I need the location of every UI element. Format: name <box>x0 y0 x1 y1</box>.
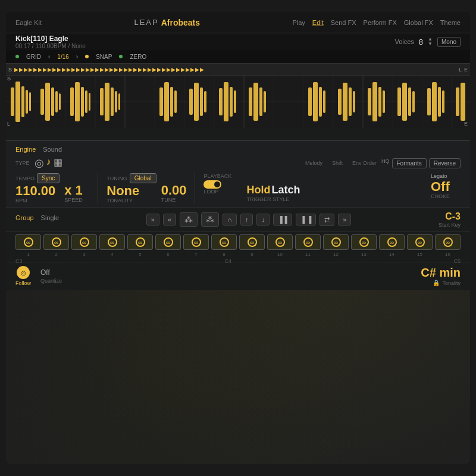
grp-btn-9[interactable]: » <box>338 214 351 226</box>
tuning-header: TUNING Global <box>107 173 156 183</box>
grp-btn-2[interactable]: « <box>163 214 176 226</box>
engine-icon-grid[interactable]: ▦ <box>54 156 62 170</box>
tab-sound[interactable]: Sound <box>43 146 62 153</box>
pad-label-11: 11 <box>295 252 321 257</box>
snap-dot <box>85 55 89 58</box>
track-info: Kick[110] Eagle 00:17 / 110.00BPM / None <box>15 35 86 49</box>
title-name: Afrobeats <box>161 18 200 27</box>
grp-btn-4[interactable]: ⁂ <box>201 212 219 227</box>
pad-3[interactable] <box>71 234 97 250</box>
svg-rect-56 <box>442 90 444 113</box>
playback-header: PLAYBACK <box>203 173 242 179</box>
svg-rect-3 <box>21 86 24 117</box>
grp-btn-5[interactable]: ∩ <box>223 214 237 226</box>
lock-icon: 🔒 <box>433 280 440 286</box>
svg-text:L: L <box>7 121 10 127</box>
sync-button[interactable]: Sync <box>37 173 60 183</box>
pad-11-inner <box>303 237 313 247</box>
seq-e-label: E <box>464 67 468 73</box>
playback-label: PLAYBACK <box>203 173 231 179</box>
waveform-container[interactable]: S L E <box>6 76 470 128</box>
svg-rect-52 <box>412 91 415 112</box>
follow-button[interactable]: ◎ Follow <box>15 266 31 286</box>
pad-label-2: 2 <box>43 252 69 257</box>
c3-marker: C3 <box>15 258 23 264</box>
grp-btn-down[interactable]: ↓ <box>256 214 270 226</box>
pad-6[interactable] <box>155 234 181 250</box>
svg-rect-32 <box>234 90 236 113</box>
svg-rect-13 <box>81 87 84 117</box>
pad-12[interactable] <box>323 234 349 250</box>
tab-edit[interactable]: Edit <box>312 19 324 26</box>
svg-rect-28 <box>204 91 206 112</box>
tab-send-fx[interactable]: Send FX <box>331 19 356 26</box>
pad-15-inner <box>415 237 425 247</box>
kit-name: Eagle Kit <box>15 19 42 26</box>
pad-label-10: 10 <box>267 252 293 257</box>
tab-perform-fx[interactable]: Perform FX <box>364 19 397 26</box>
svg-rect-46 <box>372 82 377 121</box>
engine-icon-note[interactable]: ♪ <box>46 156 51 170</box>
mono-button[interactable]: Mono <box>437 37 461 47</box>
tab-play[interactable]: Play <box>292 19 305 26</box>
svg-rect-48 <box>383 90 385 113</box>
engine-icon-circle[interactable]: ◎ <box>35 156 44 170</box>
pad-13-inner <box>359 237 369 247</box>
svg-rect-51 <box>408 87 411 116</box>
pad-8[interactable] <box>211 234 237 250</box>
speed-unit: Speed <box>64 197 89 203</box>
pad-2[interactable] <box>43 234 69 250</box>
top-nav: Eagle Kit LEAP Afrobeats Play Edit Send … <box>6 12 470 33</box>
tonality-value: C# min <box>421 266 461 280</box>
global-button[interactable]: Global <box>130 173 156 183</box>
tonality-row: 🔒 Tonality <box>433 280 461 286</box>
tab-group[interactable]: Group <box>15 214 34 221</box>
pad-11[interactable] <box>295 234 321 250</box>
pad-7[interactable] <box>183 234 209 250</box>
pad-14[interactable] <box>379 234 405 250</box>
pad-10-inner <box>275 237 285 247</box>
pads-labels: 1 2 3 4 5 6 7 8 9 10 11 12 13 14 15 16 <box>15 252 461 257</box>
quantize-value: Off <box>40 268 62 277</box>
pad-9[interactable] <box>239 234 265 250</box>
grid-next[interactable]: › <box>76 54 78 60</box>
svg-rect-15 <box>89 93 90 111</box>
voices-value: 8 <box>419 37 423 46</box>
formants-button[interactable]: Formants <box>392 158 427 168</box>
pad-13[interactable] <box>351 234 377 250</box>
pads-row <box>15 234 461 250</box>
grid-prev[interactable]: ‹ <box>48 54 50 60</box>
loop-toggle[interactable] <box>203 180 221 189</box>
grp-btn-7[interactable]: ▐ ▐ <box>296 214 317 226</box>
svg-rect-55 <box>438 87 441 117</box>
pad-16-inner <box>443 237 453 247</box>
reverse-button[interactable]: Reverse <box>429 158 461 168</box>
voices-stepper[interactable]: ▲▼ <box>428 37 433 46</box>
pad-15[interactable] <box>407 234 433 250</box>
grp-btn-8[interactable]: ⇄ <box>320 214 334 226</box>
tab-engine[interactable]: Engine <box>15 146 36 153</box>
grp-btn-6[interactable]: ▐▐ <box>273 214 292 226</box>
pad-5[interactable] <box>127 234 153 250</box>
pad-label-13: 13 <box>351 252 377 257</box>
tab-theme[interactable]: Theme <box>440 19 461 26</box>
grp-btn-1[interactable]: » <box>146 214 159 226</box>
hq-btns: HQ Formants Reverse <box>381 158 461 168</box>
grid-dot <box>15 55 19 58</box>
svg-rect-14 <box>85 90 87 113</box>
grp-btn-3[interactable]: ⁂ <box>180 212 198 227</box>
pad-16[interactable] <box>435 234 461 250</box>
grp-btn-up[interactable]: ↑ <box>240 214 253 226</box>
hold-latch-vals: Hold Latch <box>246 184 300 196</box>
pad-1[interactable] <box>15 234 41 250</box>
tab-single[interactable]: Single <box>41 214 60 221</box>
tab-global-fx[interactable]: Global FX <box>404 19 433 26</box>
pad-10[interactable] <box>267 234 293 250</box>
pad-label-5: 5 <box>127 252 153 257</box>
pad-4[interactable] <box>99 234 125 250</box>
tonality-section: C# min 🔒 Tonality <box>421 266 461 286</box>
tonality-label: Tonality <box>442 280 461 286</box>
pad-section: 1 2 3 4 5 6 7 8 9 10 11 12 13 14 15 16 C… <box>6 231 470 262</box>
grid-icon: ▦ <box>54 156 62 168</box>
grid-division: 1/16 <box>57 54 68 60</box>
